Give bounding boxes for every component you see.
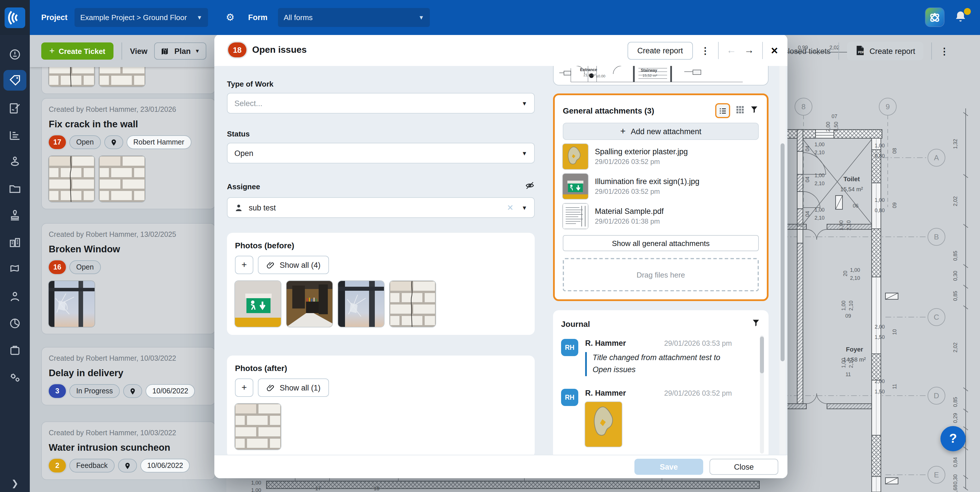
create-report-button[interactable]: Create report [628, 41, 693, 59]
close-modal-icon[interactable]: ✕ [770, 45, 778, 56]
header-divider [718, 42, 718, 59]
plan-dimension-label: 1,00 [850, 267, 860, 273]
sidebar-expand-chevron-icon[interactable]: ❯ [0, 478, 30, 489]
attachment-row[interactable]: Spalling exterior plaster.jpg 29/01/2026… [563, 143, 759, 170]
avatar: RH [561, 339, 578, 356]
plan-grid-label: B [934, 232, 939, 241]
photo-thumbnail-brick-crack[interactable] [49, 156, 95, 202]
pdf-icon: PDF [855, 45, 865, 57]
journal-entry: RH R. Hammer 29/01/2026 03:52 pm [561, 389, 760, 447]
close-button[interactable]: Close [710, 459, 778, 475]
ticket-title: Water intrusion scuncheon [49, 442, 208, 453]
sidebar-item-dashboard[interactable] [3, 44, 26, 65]
visibility-off-icon[interactable] [525, 181, 535, 193]
plan-dimension-label: 2,10 [848, 358, 854, 368]
plan-dimension-label: 0,84 [953, 457, 958, 467]
assignee-label: Assignee [227, 182, 260, 191]
journal-filter-funnel-icon[interactable] [751, 318, 760, 330]
journal-author: R. Hammer [585, 389, 626, 397]
photo-thumbnail-brick[interactable] [49, 67, 95, 87]
ticket-card-partial[interactable] [41, 67, 215, 94]
view-mode-value: Plan [175, 47, 191, 55]
add-photo-after-button[interactable]: + [235, 379, 253, 397]
attachment-row[interactable]: Material Sample.pdf 29/01/2026 01:38 pm [563, 203, 759, 229]
plan-dimension-label: 17 [315, 486, 321, 491]
next-ticket-arrow-icon[interactable]: → [744, 45, 754, 56]
assignee-select[interactable]: sub test ✕ ▼ [227, 197, 535, 218]
sidebar-item-documents[interactable] [3, 178, 26, 199]
plan-dimension-label: 09 [845, 313, 851, 319]
sidebar-item-surveyor[interactable] [3, 151, 26, 172]
sidebar-item-projects[interactable] [3, 232, 26, 253]
sidebar-item-approvals[interactable] [3, 205, 26, 226]
app-logo[interactable] [0, 0, 30, 35]
sidebar-item-forms[interactable] [3, 98, 26, 119]
backdrop-more-menu-icon[interactable]: ⋮ [940, 46, 949, 56]
ticket-card[interactable]: Created by Robert Hammer, 23/01/2026 Fix… [41, 98, 215, 209]
list-view-icon[interactable] [715, 103, 730, 118]
attachment-row[interactable]: Illumination fire exit sign(1).jpg 29/01… [563, 173, 759, 199]
journal-scrollbar[interactable] [760, 336, 764, 454]
show-all-photos-before-button[interactable]: Show all (4) [258, 256, 329, 274]
type-of-work-select[interactable]: Select... ▼ [227, 93, 535, 113]
show-all-attachments-button[interactable]: Show all general attachments [563, 235, 759, 251]
project-selector[interactable]: Example Project > Ground Floor ▼ [75, 8, 208, 27]
help-button[interactable]: ? [940, 426, 966, 451]
ticket-card[interactable]: Created by Robert Hammer, 10/03/2022 Del… [41, 347, 215, 405]
sidebar-item-tickets[interactable] [3, 70, 26, 91]
add-photo-before-button[interactable]: + [235, 256, 253, 274]
attachment-date: 29/01/2026 01:38 pm [595, 217, 663, 225]
sidebar-item-analytics[interactable] [3, 313, 26, 334]
sidebar-item-tasks[interactable] [3, 340, 26, 361]
attachment-thumbnail-pdf-document [563, 204, 588, 229]
chevron-down-icon: ▼ [522, 150, 527, 156]
photo-thumbnail-brick[interactable] [235, 404, 281, 449]
plan-dimension-label: 11 [846, 372, 851, 377]
form-selector[interactable]: All forms ▼ [278, 8, 430, 27]
form-label: Form [248, 0, 268, 35]
project-settings-gear-icon[interactable]: ⚙ [226, 0, 235, 35]
notifications-bell-icon[interactable] [954, 10, 970, 26]
journal-attachment-thumbnail-plaster[interactable] [585, 402, 622, 447]
stamp-icon [8, 209, 22, 223]
photo-thumbnail-broken-window[interactable] [338, 281, 384, 327]
photo-thumbnail-toolbox[interactable] [286, 281, 332, 327]
ticket-card[interactable]: Created by Robert Hammer, 10/03/2022 Wat… [41, 422, 215, 480]
app-switcher-button[interactable] [926, 8, 944, 26]
filter-funnel-icon[interactable] [749, 105, 759, 116]
plan-dimension-label: 1,00 [815, 173, 824, 178]
save-button[interactable]: Save [635, 459, 703, 475]
plan-dimension-label: 10 [892, 329, 897, 335]
clear-assignee-icon[interactable]: ✕ [507, 203, 514, 212]
sidebar-item-contacts[interactable] [3, 286, 26, 307]
show-all-photos-after-button[interactable]: Show all (1) [258, 379, 329, 397]
photo-thumbnail-broken-window[interactable] [49, 281, 95, 327]
photo-thumbnail-brick[interactable] [99, 156, 145, 202]
sidebar-item-flags[interactable] [3, 259, 26, 280]
ticket-detail-modal: 18 Open issues Create report ⋮ ← → ✕ Typ… [214, 34, 788, 478]
modal-more-menu-icon[interactable]: ⋮ [701, 45, 710, 56]
previous-ticket-arrow-icon[interactable]: ← [726, 45, 736, 56]
status-select[interactable]: Open ▼ [227, 143, 535, 163]
status-label: Status [227, 130, 535, 138]
backdrop-create-report-button[interactable]: PDF Create report [847, 42, 923, 60]
drag-files-dropzone[interactable]: Drag files here [563, 258, 759, 291]
ticket-card[interactable]: Created by Robert Hammer, 13/02/2025 Bro… [41, 223, 215, 334]
ticket-created-by: Created by Robert Hammer, 13/02/2025 [49, 231, 208, 239]
type-of-work-label: Type of Work [227, 80, 535, 88]
photo-thumbnail-exit-sign[interactable] [235, 281, 281, 327]
sidebar-item-statistics[interactable] [3, 124, 26, 145]
attachment-thumbnail-plaster [563, 144, 588, 169]
mini-plan-room-label: Stairway [641, 68, 657, 72]
ticket-list-scroll-area[interactable]: Created by Robert Hammer, 23/01/2026 Fix… [30, 67, 226, 492]
view-mode-selector[interactable]: Plan ▼ [154, 43, 206, 60]
ticket-location-plan-card[interactable]: Entrance 21,6 m² ±0.00 Stairway 15,52 m² [553, 66, 768, 86]
modal-scrollbar-thumb[interactable] [781, 143, 784, 361]
create-ticket-button[interactable]: + Create Ticket [41, 43, 113, 60]
photos-before-card: Photos (before) + Show all (4) [227, 233, 535, 335]
add-new-attachment-button[interactable]: + Add new attachment [563, 123, 759, 140]
photo-thumbnail-brick[interactable] [99, 67, 145, 87]
grid-view-icon[interactable] [735, 105, 745, 116]
photo-thumbnail-brick-crack[interactable] [390, 281, 436, 327]
sidebar-item-settings[interactable] [3, 367, 26, 388]
